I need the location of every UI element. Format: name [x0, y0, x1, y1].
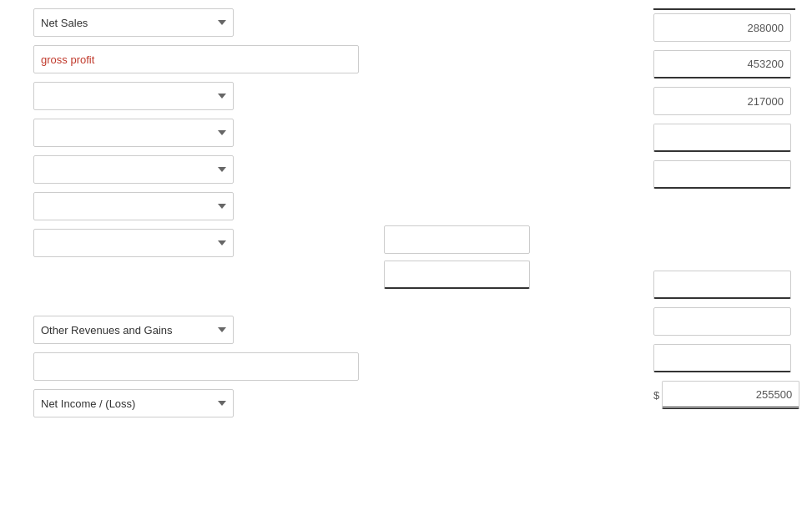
- net-sales-dropdown[interactable]: Net Sales: [33, 8, 234, 37]
- value-row8[interactable]: [653, 271, 791, 299]
- row3-dropdown[interactable]: [33, 82, 234, 110]
- value-net-sales[interactable]: [653, 13, 791, 42]
- value-row3[interactable]: [653, 87, 791, 115]
- row10-input[interactable]: [33, 352, 359, 381]
- row7-dropdown[interactable]: [33, 229, 234, 257]
- value-row5[interactable]: [653, 160, 791, 189]
- value-net-income[interactable]: [662, 381, 799, 409]
- gross-profit-input[interactable]: [33, 45, 359, 73]
- net-income-dropdown[interactable]: Net Income / (Loss): [33, 389, 234, 417]
- other-revenues-dropdown[interactable]: Other Revenues and Gains: [33, 316, 234, 344]
- dollar-sign: $: [653, 389, 659, 402]
- mid-input-row6[interactable]: [384, 225, 530, 254]
- row5-dropdown[interactable]: [33, 155, 234, 184]
- mid-input-row7[interactable]: [384, 261, 530, 289]
- value-gross-profit[interactable]: [653, 50, 791, 78]
- row6-dropdown[interactable]: [33, 192, 234, 220]
- row4-dropdown[interactable]: [33, 119, 234, 147]
- value-row4[interactable]: [653, 124, 791, 152]
- value-other-revenues[interactable]: [653, 307, 791, 336]
- value-row10[interactable]: [653, 344, 791, 372]
